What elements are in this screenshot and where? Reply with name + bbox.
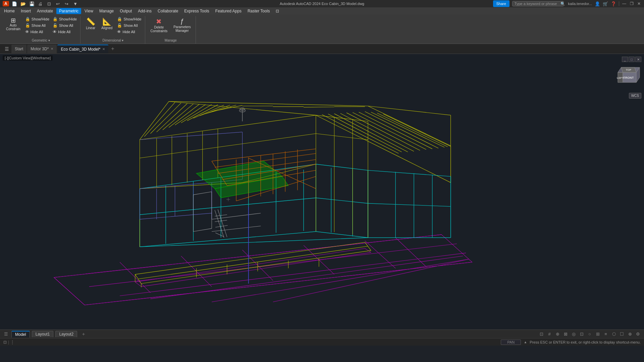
tab-eco-cabin[interactable]: Eco Cabin_3D Model* ✕ — [57, 45, 108, 53]
polar-icon[interactable]: ◎ — [570, 331, 577, 338]
close-button[interactable]: ✕ — [637, 1, 641, 6]
tab-menu-button[interactable]: ☰ — [3, 45, 11, 53]
subscription-icon[interactable]: 🛒 — [603, 1, 608, 6]
show-all-button-1[interactable]: 🔓 Show All — [24, 22, 51, 28]
minimize-button[interactable]: — — [622, 1, 627, 6]
add-tab-button[interactable]: ＋ — [109, 45, 116, 53]
menu-addins[interactable]: Add-ins — [135, 8, 154, 14]
quick-access-save[interactable]: 💾 — [29, 0, 35, 7]
show-hide-button-2[interactable]: 🔒 Show/Hide — [51, 16, 78, 22]
window-title: Autodesk AutoCAD 2024 Eco Cabin_3D Model… — [280, 2, 364, 6]
geometric-group-label: Geometric ▾ — [1, 39, 80, 42]
show-hide-button-3[interactable]: 🔒 Show/Hide — [116, 16, 143, 22]
viewport-controls: _ □ ✕ FRONT LEFT — [611, 57, 641, 99]
cmd-icon-2[interactable]: ⋮ — [10, 340, 14, 345]
viewport-maximize[interactable]: □ — [629, 57, 635, 62]
quick-access-print[interactable]: 🖨 — [37, 0, 44, 7]
menu-manage[interactable]: Manage — [97, 8, 116, 14]
delete-constraints-button[interactable]: ✖ DeleteConstraints — [148, 16, 170, 34]
close-motor3d-tab[interactable]: ✕ — [51, 47, 53, 51]
viewport-label[interactable]: [-][Custom View][Wireframe] — [3, 55, 53, 61]
unlock-icon-2: 🔓 — [53, 23, 58, 28]
menu-bar: Home Insert Annotate Parametric View Man… — [0, 7, 644, 15]
auto-constrain-button[interactable]: ⊞ AutoConstrain — [3, 16, 23, 32]
unlock-icon-3: 🔓 — [117, 23, 122, 28]
ortho-icon[interactable]: ⊠ — [562, 331, 569, 338]
menu-featured-apps[interactable]: Featured Apps — [213, 8, 244, 14]
linear-button[interactable]: 📏 Linear — [83, 16, 98, 31]
quick-access-open[interactable]: 📂 — [20, 0, 26, 7]
snap-icon[interactable]: ⊕ — [554, 331, 561, 338]
show-hide-button-1[interactable]: 🔒 Show/Hide — [24, 16, 51, 22]
tab-start[interactable]: Start — [11, 45, 26, 53]
parameters-manager-button[interactable]: ƒ ParametersManager — [171, 16, 194, 34]
menu-output[interactable]: Output — [117, 8, 135, 14]
tab-model[interactable]: Model — [11, 331, 30, 338]
command-input[interactable] — [17, 340, 498, 344]
quick-access-plot[interactable]: ⊡ — [46, 0, 53, 7]
model-icon[interactable]: ⊡ — [538, 331, 545, 338]
cmd-icon-1[interactable]: ⊡ — [3, 340, 7, 345]
tab-layout1[interactable]: Layout1 — [32, 331, 54, 337]
sel-icon[interactable]: ☐ — [619, 331, 625, 338]
eye-icon-1: 👁 — [25, 29, 29, 34]
user-icon[interactable]: 👤 — [595, 1, 600, 6]
eye-icon-3: 👁 — [117, 29, 121, 34]
menu-annotate[interactable]: Annotate — [34, 8, 56, 14]
mode-dropdown-arrow[interactable]: ▲ — [524, 340, 527, 344]
wcs-label[interactable]: WCS — [629, 93, 641, 99]
show-all-button-2[interactable]: 🔓 Show All — [51, 22, 78, 28]
svg-rect-3 — [28, 54, 616, 329]
quick-access-extra[interactable]: ▼ — [72, 0, 79, 7]
menu-home[interactable]: Home — [1, 8, 17, 14]
hide-all-button-1[interactable]: 👁 Hide All — [24, 29, 51, 35]
ribbon-content: ⊞ AutoConstrain 🔒 Show/Hide 🔓 Show All 👁… — [0, 15, 644, 44]
help-icon[interactable]: ❓ — [611, 1, 616, 6]
lweight-icon[interactable]: ≡ — [602, 331, 609, 338]
tab-motor3d[interactable]: Motor 3D* ✕ — [27, 45, 57, 53]
search-box[interactable]: Type a keyword or phrase — [512, 1, 564, 6]
view-cube-svg: FRONT LEFT TOP — [611, 64, 641, 91]
share-button[interactable]: Share — [493, 0, 509, 7]
manage-group-label: Manage — [146, 39, 196, 42]
menu-raster-tools[interactable]: Raster Tools — [245, 8, 272, 14]
menu-parametric[interactable]: Parametric — [56, 8, 81, 14]
viewport-minimize[interactable]: _ — [622, 57, 628, 62]
quick-access-new[interactable]: 📄 — [11, 0, 18, 7]
quick-access-redo[interactable]: ↪ — [63, 0, 70, 7]
hamburger-menu[interactable]: ☰ — [3, 331, 9, 338]
pan-mode-selector[interactable]: PAN — [501, 340, 521, 345]
menu-extra[interactable]: ⊡ — [273, 8, 282, 14]
aligned-button[interactable]: 📐 Aligned — [99, 16, 115, 31]
trans-icon[interactable]: ⬡ — [610, 331, 617, 338]
menu-collaborate[interactable]: Collaborate — [155, 8, 181, 14]
user-label: kaila.tenedor... — [568, 2, 592, 6]
hide-all-button-3[interactable]: 👁 Hide All — [116, 29, 143, 35]
ducs-icon[interactable]: ⊞ — [594, 331, 601, 338]
status-icons: ⊡ # ⊕ ⊠ ◎ ⊡ ○ ⊞ ≡ ⬡ ☐ ⊕ ⚙ — [538, 331, 641, 338]
workspace-icon[interactable]: ⚙ — [635, 331, 641, 338]
unlock-icon-1: 🔓 — [25, 23, 30, 28]
search-icon[interactable]: 🔍 — [560, 2, 565, 6]
title-bar: A 📄 📂 💾 🖨 ⊡ ↩ ↪ ▼ Autodesk AutoCAD 2024 … — [0, 0, 644, 7]
cube-front-label: FRONT — [624, 76, 634, 79]
add-layout-button[interactable]: ＋ — [79, 330, 88, 338]
tab-layout2[interactable]: Layout2 — [55, 331, 77, 337]
viewport-close[interactable]: ✕ — [635, 57, 641, 62]
app-icon[interactable]: A — [3, 1, 9, 6]
close-eco-cabin-tab[interactable]: ✕ — [102, 47, 105, 51]
tab-bar: ☰ Start Motor 3D* ✕ Eco Cabin_3D Model* … — [0, 44, 644, 54]
show-all-button-3[interactable]: 🔓 Show All — [116, 22, 143, 28]
annot-icon[interactable]: ⊕ — [627, 331, 633, 338]
isnap-icon[interactable]: ⊡ — [578, 331, 585, 338]
hide-all-button-2[interactable]: 👁 Hide All — [51, 29, 78, 35]
quick-access-undo[interactable]: ↩ — [55, 0, 61, 7]
grid-icon[interactable]: # — [546, 331, 553, 338]
menu-insert[interactable]: Insert — [18, 8, 34, 14]
otrack-icon[interactable]: ○ — [586, 331, 593, 338]
lock-icon-1: 🔒 — [25, 17, 30, 21]
menu-view[interactable]: View — [82, 8, 96, 14]
maximize-button[interactable]: ❐ — [629, 1, 634, 6]
drawing-canvas — [0, 54, 644, 329]
menu-express-tools[interactable]: Express Tools — [181, 8, 212, 14]
